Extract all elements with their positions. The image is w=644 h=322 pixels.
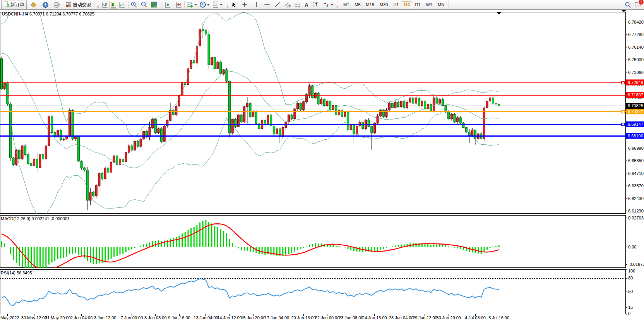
chart-shift-marker[interactable] [497,12,501,15]
svg-text:-0.016736: -0.016736 [628,262,644,267]
timeframe-m5[interactable]: M5 [352,1,363,8]
arrows-dropdown-caret[interactable] [330,4,334,6]
indicators-dropdown-caret[interactable] [194,4,197,6]
new-order-icon [3,1,9,8]
svg-text:8 Jun 08:00: 8 Jun 08:00 [144,315,167,320]
toolbar-grip [227,2,228,8]
macd-panel[interactable] [0,220,626,272]
svg-text:6.78420: 6.78420 [628,20,644,24]
chart-shift-icon[interactable] [175,1,183,9]
svg-text:6.75000: 6.75000 [628,57,644,62]
svg-text:F: F [298,5,300,8]
toolbar: 新订单 自动交易 [0,0,644,10]
toolbar-separator [173,1,173,8]
timeframe-h1[interactable]: H1 [391,1,401,8]
svg-text:5 Jul 16:00: 5 Jul 16:00 [488,315,509,320]
svg-text:13 Jun 04:00: 13 Jun 04:00 [194,315,218,320]
bar-chart-icon[interactable] [101,1,109,9]
chart-canvas[interactable]: 6.784206.772806.761406.750006.738606.727… [0,0,644,322]
toolbar-separator [184,1,185,8]
svg-text:80: 80 [628,276,633,280]
svg-text:0: 0 [628,311,630,316]
svg-text:30 May 12:00: 30 May 12:00 [21,315,47,320]
svg-text:4 Jul 08:00: 4 Jul 08:00 [465,315,486,320]
notifications-button[interactable]: 1 [634,1,642,9]
timeframe-h4[interactable]: H4 [402,1,412,8]
svg-text:7 Jun 00:00: 7 Jun 00:00 [121,315,143,320]
templates-button[interactable] [212,1,219,9]
svg-text:17 Jun 04:00: 17 Jun 04:00 [265,315,289,320]
toolbar-grip [337,2,338,8]
toolbar-separator [251,1,251,8]
autotrade-button[interactable]: 自动交易 [64,1,93,9]
trendline-icon[interactable] [274,1,281,9]
svg-text:6.76140: 6.76140 [628,45,644,50]
text-icon[interactable]: A [303,1,310,9]
notification-badge: 1 [638,0,644,5]
rsi-line [2,279,499,305]
svg-text:50: 50 [628,289,633,294]
svg-text:6.64710: 6.64710 [628,171,644,176]
indicators-button[interactable] [186,1,194,9]
horizontal-line-icon[interactable] [263,1,271,9]
svg-text:20 Jun 16:00: 20 Jun 16:00 [291,315,316,320]
timeframe-bar: M1M5M15M30H1H4D1W1MN [341,1,447,8]
zoom-out-icon[interactable] [140,1,148,9]
crosshair-icon[interactable] [241,1,248,9]
time-axis[interactable]: May 202230 May 12:0031 May 20:002 Jun 04… [0,314,509,320]
svg-text:6.68100: 6.68100 [628,134,643,138]
signals-icon[interactable] [53,1,60,9]
svg-text:0.027633: 0.027633 [628,216,644,220]
vertical-line-icon[interactable] [253,1,260,9]
fibonacci-icon[interactable]: F [293,1,301,9]
svg-text:9 Jun 16:00: 9 Jun 16:00 [168,315,190,320]
candlestick-chart-icon[interactable] [110,1,117,9]
timeframe-m1[interactable]: M1 [341,1,351,8]
templates-dropdown-caret[interactable] [219,4,223,6]
svg-text:15 Jun 20:00: 15 Jun 20:00 [241,315,265,320]
toolbar-separator [449,1,449,8]
rsi-label: RSI(14) 56.3495 [1,271,32,275]
svg-text:6.70322: 6.70322 [628,109,643,114]
tile-windows-icon[interactable] [150,1,158,9]
auto-scroll-icon[interactable] [164,1,171,9]
toolbar-separator [161,1,161,8]
channel-icon[interactable]: E [284,1,291,9]
community-icon[interactable] [41,1,49,9]
periods-dropdown-caret[interactable] [207,4,210,6]
wallet-icon[interactable] [29,1,37,9]
svg-text:6.71807: 6.71807 [628,92,643,97]
svg-text:14 Jun 12:00: 14 Jun 12:00 [217,315,242,320]
svg-text:E: E [289,5,290,8]
svg-text:15: 15 [628,305,633,310]
search-icon[interactable] [624,1,632,9]
price-axis[interactable]: 6.784206.772806.761406.750006.738606.727… [626,20,644,316]
price-panel[interactable] [0,0,626,217]
autotrade-label: 自动交易 [73,2,91,8]
new-order-button[interactable]: 新订单 [1,0,27,9]
svg-text:6.62430: 6.62430 [628,196,644,201]
autotrade-icon [65,2,72,8]
svg-text:2 Jun 04:00: 2 Jun 04:00 [70,315,93,320]
timeframe-d1[interactable]: D1 [413,1,423,8]
svg-text:6.63570: 6.63570 [628,183,644,188]
text-label-icon[interactable]: T [312,1,320,9]
arrows-icon[interactable] [322,1,330,9]
svg-text:6.66990: 6.66990 [628,146,644,151]
timeframe-m15[interactable]: M15 [364,1,377,8]
toolbar-grip [98,2,99,8]
line-chart-icon[interactable] [118,1,126,9]
svg-text:6.70825: 6.70825 [628,103,643,108]
timeframe-mn[interactable]: MN [435,1,447,8]
panel-borders [0,12,626,314]
rsi-panel[interactable] [0,279,626,308]
zoom-in-icon[interactable] [130,1,138,9]
cursor-icon[interactable] [230,1,238,9]
svg-text:23 Jun 08:00: 23 Jun 08:00 [339,315,363,320]
timeframe-w1[interactable]: W1 [424,1,435,8]
axis-corner-marker [622,10,626,12]
periods-clock-button[interactable] [199,1,207,9]
timeframe-m30[interactable]: M30 [377,1,390,8]
new-order-label: 新订单 [10,2,24,8]
svg-text:T: T [315,3,317,7]
